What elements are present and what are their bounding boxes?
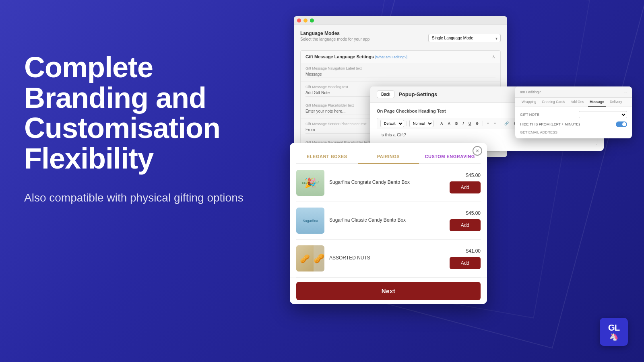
product-price-3: $41.00 <box>466 248 481 254</box>
screenshots-area: Language Modes Select the language mode … <box>282 0 644 362</box>
unicorn-icon: 🦄 <box>609 332 618 341</box>
gift-nav-label-field: Gift Message Navigation Label text Messa… <box>301 63 500 82</box>
product-name-1: Sugarfina Congrats Candy Bento Box <box>329 179 445 185</box>
product-price-2: $45.00 <box>466 210 481 216</box>
tab-message[interactable]: Message <box>588 98 606 107</box>
left-panel: Complete Branding and Customisation Flex… <box>24 52 246 206</box>
tab-addons[interactable]: Add Ons <box>569 98 586 107</box>
tab-greeting[interactable]: Greeting Cards <box>540 98 567 107</box>
preview-email-label: GET EMAIL ADDRESS <box>520 130 627 134</box>
toolbar-bold-a[interactable]: A <box>439 121 445 126</box>
maximize-dot[interactable] <box>310 19 314 23</box>
close-icon: × <box>476 148 479 154</box>
language-mode-row: Language Modes Select the language mode … <box>300 31 501 45</box>
preview-header: am I editing? ··· <box>515 86 632 98</box>
sub-text: Also compatible with physical gifting op… <box>24 190 246 206</box>
product-header: × ELEGANT BOXES PAIRINGS CUSTOM ENGRAVIN… <box>290 143 487 164</box>
product-list: congrats! Sugarfina Congrats Candy Bento… <box>290 164 487 278</box>
minimize-dot[interactable] <box>303 19 308 23</box>
product-image-congrats: congrats! <box>296 170 324 196</box>
close-dot[interactable] <box>297 19 301 23</box>
toolbar-underline[interactable]: U <box>467 121 473 126</box>
add-button-1[interactable]: Add <box>450 181 481 193</box>
nuts-image: 🥜 <box>296 245 314 272</box>
window-product: × ELEGANT BOXES PAIRINGS CUSTOM ENGRAVIN… <box>290 143 487 304</box>
toolbar-style-select[interactable]: Default <box>380 120 404 127</box>
gift-message-edit-link[interactable]: [What am I editing?] <box>375 55 407 59</box>
tab-wrapping[interactable]: Wrapping <box>520 98 538 107</box>
product-price-1: $45.00 <box>466 173 481 178</box>
toolbar-list-unordered[interactable]: ≡ <box>485 121 491 126</box>
product-image-nuts: 🥜 <box>296 245 324 272</box>
product-name-3: ASSORTED NUTS <box>329 255 445 261</box>
toolbar-separator-3 <box>483 121 483 126</box>
toolbar-italic[interactable]: I <box>461 121 466 126</box>
product-right-1: $45.00 Add <box>450 173 481 193</box>
language-dropdown-wrapper[interactable]: Single Language Mode <box>428 34 501 42</box>
product-info-1: Sugarfina Congrats Candy Bento Box <box>329 179 445 187</box>
tab-pairings[interactable]: PAIRINGS <box>358 150 419 164</box>
tab-delivery[interactable]: Delivery <box>608 98 624 107</box>
gl-logo-badge: GL 🦄 <box>600 318 628 346</box>
product-item: congrats! Sugarfina Congrats Candy Bento… <box>296 164 481 202</box>
preview-body: GIFT NOTE HIDE THIS FROM (LEFT + MINUTE)… <box>515 107 632 138</box>
window-titlebar <box>294 16 507 25</box>
preview-toggle-label: HIDE THIS FROM (LEFT + MINUTE) <box>520 122 580 126</box>
toolbar-size-select[interactable]: Normal <box>409 120 433 127</box>
congrats-box-image: congrats! <box>296 170 324 196</box>
preview-toggle-switch[interactable] <box>616 121 627 127</box>
toolbar-separator-2 <box>436 121 436 126</box>
product-footer: Next <box>290 278 487 304</box>
toolbar-separator-4 <box>500 121 500 126</box>
product-close-button[interactable]: × <box>473 146 482 156</box>
toolbar-bold[interactable]: B <box>454 121 460 126</box>
language-mode-select[interactable]: Single Language Mode <box>428 34 501 42</box>
main-heading: Complete Branding and Customisation Flex… <box>24 52 246 174</box>
tab-elegant-boxes[interactable]: ELEGANT BOXES <box>296 150 358 164</box>
preview-gift-note-row: GIFT NOTE <box>520 111 627 118</box>
gift-message-chevron[interactable]: ∧ <box>492 54 495 60</box>
popup-header-left: Back Popup-Settings <box>377 90 437 98</box>
add-button-2[interactable]: Add <box>450 219 481 231</box>
language-modes-sub: Select the language mode for your app <box>300 37 369 41</box>
toolbar-separator-1 <box>407 121 407 126</box>
popup-section-title: On Page Checkbox Heading Text <box>377 109 446 113</box>
gift-nav-label-value: Message <box>305 72 495 78</box>
popup-back-button[interactable]: Back <box>377 90 394 98</box>
product-info-3: ASSORTED NUTS <box>329 255 445 262</box>
product-image-classic: Sugarfina <box>296 208 324 234</box>
preview-header-chevron: ··· <box>624 90 627 94</box>
gift-nav-label-title: Gift Message Navigation Label text <box>305 66 495 70</box>
product-tabs: ELEGANT BOXES PAIRINGS CUSTOM ENGRAVING <box>296 150 481 164</box>
preview-gift-note-select[interactable] <box>579 111 627 118</box>
preview-tabs: Wrapping Greeting Cards Add Ons Message … <box>515 98 632 107</box>
preview-toggle-row: HIDE THIS FROM (LEFT + MINUTE) <box>520 121 627 127</box>
gift-message-header: Gift Message Language Settings [What am … <box>301 51 500 63</box>
toolbar-strikethrough[interactable]: S <box>475 121 480 126</box>
language-modes-title: Language Modes <box>300 31 369 36</box>
gift-message-title: Gift Message Language Settings <box>305 54 374 59</box>
next-button[interactable]: Next <box>296 282 481 300</box>
editor-placeholder-text: Is this a Gift? <box>380 132 406 137</box>
preview-gift-note-label: GIFT NOTE <box>520 113 539 117</box>
tab-custom-engraving[interactable]: CUSTOM ENGRAVING <box>419 150 481 164</box>
product-info-2: Sugarfina Classic Candy Bento Box <box>329 217 445 224</box>
preview-edit-label: am I editing? <box>520 90 541 94</box>
toolbar-list-ordered[interactable]: ≡ <box>492 121 497 126</box>
toolbar-link[interactable]: 🔗 <box>503 121 510 126</box>
product-right-3: $41.00 Add <box>450 248 481 269</box>
toolbar-color-a[interactable]: A <box>446 121 452 126</box>
gl-logo-text: GL <box>608 323 620 333</box>
product-right-2: $45.00 Add <box>450 210 481 231</box>
popup-title: Popup-Settings <box>398 91 437 97</box>
window-preview: am I editing? ··· Wrapping Greeting Card… <box>515 86 632 138</box>
classic-box-image: Sugarfina <box>296 208 324 234</box>
product-item-2: Sugarfina Sugarfina Classic Candy Bento … <box>296 202 481 240</box>
product-item-3: 🥜 ASSORTED NUTS $41.00 Add <box>296 240 481 278</box>
product-name-2: Sugarfina Classic Candy Bento Box <box>329 217 445 223</box>
add-button-3[interactable]: Add <box>450 257 481 269</box>
